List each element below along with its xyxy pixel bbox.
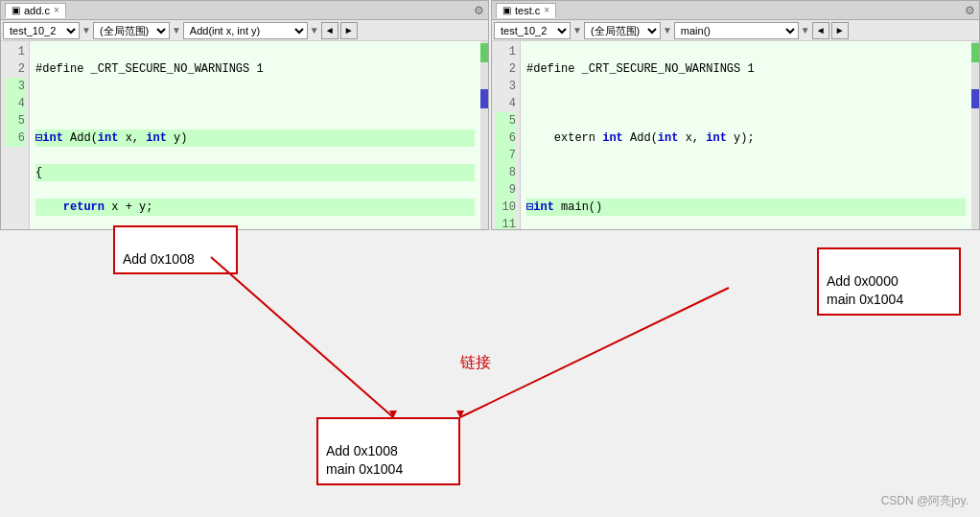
main-container: ▣ add.c × ⚙ test_10_2 ▼ (全局范围) ▼ Add(int… [0,0,980,517]
scroll-thumb-blue-right [971,89,979,108]
file-icon: ▣ [12,5,20,15]
gear-icon-right[interactable]: ⚙ [965,4,975,17]
separator5: ▼ [663,25,672,35]
editor-toolbar-left: test_10_2 ▼ (全局范围) ▼ Add(int x, int y) ▼… [1,20,488,41]
tab-label-right: test.c [515,5,540,16]
function-dropdown-right[interactable]: main() [674,22,799,39]
svg-line-0 [211,257,393,417]
bottom-label: CSDN @阿亮joy. [881,493,968,509]
separator1: ▼ [82,25,91,35]
annotation-box-add-text: Add 0x1008 [123,251,195,267]
tab-close-icon[interactable]: × [54,5,59,15]
separator2: ▼ [172,25,181,35]
scope-dropdown-left[interactable]: (全局范围) [93,22,170,39]
annotation-box-final-text: Add 0x1008 main 0x1004 [326,443,403,478]
editor-add-c: ▣ add.c × ⚙ test_10_2 ▼ (全局范围) ▼ Add(int… [0,0,489,230]
scroll-indicator-right [971,41,979,229]
line-numbers-left: 1 2 3 4 5 6 [1,41,30,229]
tab-close-right-icon[interactable]: × [544,5,549,15]
scroll-thumb-green-right [971,43,979,62]
svg-line-2 [460,288,729,417]
annotation-box-test: Add 0x0000 main 0x1004 [817,247,961,316]
nav-left-btn[interactable]: ◄ [321,22,338,39]
code-area-left: 1 2 3 4 5 6 #define _CRT_SECURE_NO_WARNI… [1,41,488,229]
tab-label: add.c [24,5,50,16]
editor-test-c: ▣ test.c × ⚙ test_10_2 ▼ (全局范围) ▼ main() [491,0,980,230]
tab-bar-left: ▣ add.c × ⚙ [1,1,488,20]
function-dropdown-left[interactable]: Add(int x, int y) [183,22,308,39]
code-area-right: 1 2 3 4 5 6 7 8 9 10 11 #define _CRT_SEC… [492,41,979,229]
bottom-label-text: CSDN @阿亮joy. [881,494,968,507]
code-content-right[interactable]: #define _CRT_SECURE_NO_WARNINGS 1 extern… [521,41,971,229]
tab-test-c[interactable]: ▣ test.c × [496,3,556,18]
separator3: ▼ [310,25,319,35]
tab-bar-right: ▣ test.c × ⚙ [492,1,979,20]
scroll-indicator-left [480,41,488,229]
gear-icon[interactable]: ⚙ [474,4,484,17]
project-dropdown-left[interactable]: test_10_2 [3,22,80,39]
scroll-thumb-green [480,43,488,62]
annotation-box-test-text: Add 0x0000 main 0x1004 [827,273,903,308]
editors-row: ▣ add.c × ⚙ test_10_2 ▼ (全局范围) ▼ Add(int… [0,0,980,230]
scroll-thumb-blue [480,89,488,108]
code-content-left[interactable]: #define _CRT_SECURE_NO_WARNINGS 1 ⊟int A… [30,41,480,229]
nav-right-btn-right[interactable]: ► [831,22,849,39]
tab-add-c[interactable]: ▣ add.c × [5,3,66,18]
line-numbers-right: 1 2 3 4 5 6 7 8 9 10 11 [492,41,521,229]
separator4: ▼ [572,25,582,35]
file-icon-right: ▣ [502,5,511,15]
nav-left-btn-right[interactable]: ◄ [812,22,829,39]
scope-dropdown-right[interactable]: (全局范围) [584,22,661,39]
link-label: 链接 [460,353,491,373]
link-label-text: 链接 [460,354,491,370]
annotation-box-final: Add 0x1008 main 0x1004 [316,417,460,485]
project-dropdown-right[interactable]: test_10_2 [494,22,571,39]
editor-toolbar-right: test_10_2 ▼ (全局范围) ▼ main() ▼ ◄ ► [492,20,979,41]
nav-right-btn[interactable]: ► [340,22,358,39]
separator6: ▼ [801,25,810,35]
annotation-box-add: Add 0x1008 [113,225,238,274]
